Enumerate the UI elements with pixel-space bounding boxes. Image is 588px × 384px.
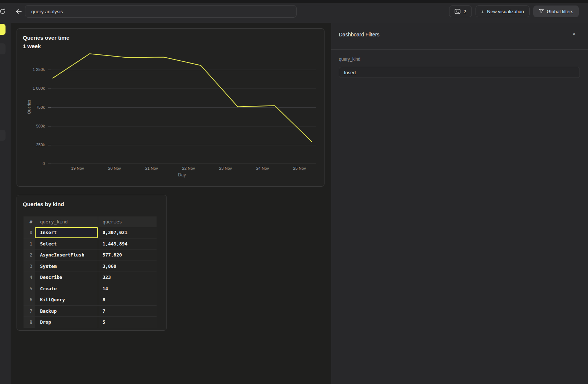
queries-over-time-card: Queries over time 1 week Queries 0250k50… — [17, 28, 325, 187]
query-kind-cell[interactable]: Create — [35, 283, 98, 294]
new-visualization-button[interactable]: + New visualization — [476, 6, 530, 17]
table-header-row: #query_kindqueries — [24, 216, 157, 227]
row-index-cell: 0 — [24, 227, 35, 238]
row-index-cell: 5 — [24, 283, 35, 294]
queries-value-cell[interactable]: 7 — [98, 305, 157, 317]
sidebar-item-2[interactable] — [0, 43, 6, 54]
x-tick-label: 24 Nov — [250, 166, 275, 171]
x-axis-tick-labels: 19 Nov20 Nov21 Nov22 Nov23 Nov24 Nov25 N… — [48, 166, 316, 171]
query-kind-cell[interactable]: System — [35, 261, 98, 272]
table-row: 5Create14 — [24, 283, 157, 294]
queries-by-kind-card: Queries by kind #query_kindqueries 0Inse… — [17, 195, 167, 331]
query-kind-cell[interactable]: Backup — [35, 305, 98, 317]
queries-by-kind-table: #query_kindqueries 0Insert8,307,0211Sele… — [24, 216, 157, 328]
table-row: 8Drop5 — [24, 316, 157, 328]
y-axis-tick-labels: 0250k500k750k1 000k1 250k — [17, 50, 45, 164]
queries-value-cell[interactable]: 8,307,021 — [98, 227, 157, 238]
back-button[interactable] — [14, 7, 23, 16]
queries-series-line — [53, 54, 312, 141]
queries-value-cell[interactable]: 14 — [98, 283, 157, 294]
top-bar: 2 + New visualization Global filters — [0, 3, 588, 23]
queries-value-cell[interactable]: 8 — [98, 294, 157, 305]
row-index-cell: 6 — [24, 294, 35, 305]
table-row: 2AsyncInsertFlush577,820 — [24, 249, 157, 261]
row-index-cell: 7 — [24, 305, 35, 317]
query-kind-cell[interactable]: Select — [35, 238, 98, 250]
queries-value-cell[interactable]: 3,060 — [98, 261, 157, 272]
arrow-left-icon — [15, 8, 22, 14]
table-row: 1Select1,443,894 — [24, 238, 157, 250]
left-sidebar — [0, 23, 11, 384]
queries-value-cell[interactable]: 1,443,894 — [98, 238, 157, 250]
console-window-icon — [455, 9, 460, 14]
x-tick-label: 21 Nov — [139, 166, 164, 171]
filter-field-label: query_kind — [339, 57, 361, 62]
queries-value-cell[interactable]: 5 — [98, 316, 157, 328]
row-index-cell: 1 — [24, 238, 35, 250]
open-tabs-button[interactable]: 2 — [449, 6, 472, 17]
x-tick-label: 19 Nov — [65, 166, 90, 171]
column-header-index: # — [24, 216, 35, 227]
y-tick-label: 0 — [17, 161, 45, 166]
query-kind-cell[interactable]: Drop — [35, 316, 98, 328]
y-tick-label: 1 000k — [17, 86, 45, 90]
global-filters-label: Global filters — [547, 9, 573, 14]
table-row: 4Describe323 — [24, 272, 157, 283]
queries-value-cell[interactable]: 577,820 — [98, 249, 157, 261]
x-tick-label: 25 Nov — [287, 166, 312, 171]
filters-panel-title: Dashboard Filters — [339, 32, 380, 37]
x-axis-title: Day — [48, 172, 316, 177]
row-index-cell: 4 — [24, 272, 35, 283]
new-visualization-label: New visualization — [487, 9, 524, 14]
table-row: 7Backup7 — [24, 305, 157, 317]
close-icon[interactable]: × — [571, 30, 577, 37]
dashboard-title-input[interactable] — [25, 5, 297, 18]
row-index-cell: 3 — [24, 261, 35, 272]
window-top-strip — [0, 0, 588, 3]
global-filters-button[interactable]: Global filters — [533, 6, 579, 17]
x-tick-label: 22 Nov — [176, 166, 201, 171]
query-kind-cell[interactable]: KillQuery — [35, 294, 98, 305]
main-content: Queries over time 1 week Queries 0250k50… — [11, 23, 331, 384]
chart-title: Queries over time — [23, 35, 69, 41]
dashboard-filters-panel: Dashboard Filters × query_kind — [331, 23, 588, 384]
history-refresh-icon[interactable] — [0, 8, 6, 15]
query-kind-cell[interactable]: Insert — [35, 227, 98, 238]
y-tick-label: 500k — [17, 124, 45, 128]
topbar-actions: 2 + New visualization Global filters — [449, 6, 579, 17]
query-kind-filter-input[interactable] — [339, 67, 580, 78]
x-tick-label: 23 Nov — [213, 166, 239, 171]
x-tick-label: 20 Nov — [102, 166, 128, 171]
table-row: 0Insert8,307,021 — [24, 227, 157, 238]
panel-divider — [331, 49, 588, 50]
table-title: Queries by kind — [23, 201, 64, 207]
query-kind-cell[interactable]: Describe — [35, 272, 98, 283]
plus-icon: + — [481, 8, 484, 15]
filter-funnel-icon — [539, 9, 544, 14]
table-row: 3System3,060 — [24, 261, 157, 272]
tab-count-badge: 2 — [463, 9, 466, 14]
row-index-cell: 8 — [24, 316, 35, 328]
queries-value-cell[interactable]: 323 — [98, 272, 157, 283]
table-body: 0Insert8,307,0211Select1,443,8942AsyncIn… — [24, 227, 157, 328]
chart-subtitle: 1 week — [23, 43, 41, 49]
rotate-clockwise-icon — [0, 8, 6, 15]
column-header-query_kind: query_kind — [35, 216, 98, 227]
column-header-queries: queries — [98, 216, 157, 227]
dashboard-app: 2 + New visualization Global filters Que… — [0, 0, 588, 384]
sidebar-item-3[interactable] — [0, 130, 6, 141]
y-tick-label: 750k — [17, 105, 45, 110]
table-row: 6KillQuery8 — [24, 294, 157, 305]
row-index-cell: 2 — [24, 249, 35, 261]
y-tick-label: 1 250k — [17, 67, 45, 72]
sidebar-item-active-dashboard[interactable] — [0, 24, 6, 35]
y-tick-label: 250k — [17, 143, 45, 147]
query-kind-cell[interactable]: AsyncInsertFlush — [35, 249, 98, 261]
line-chart — [48, 50, 316, 164]
